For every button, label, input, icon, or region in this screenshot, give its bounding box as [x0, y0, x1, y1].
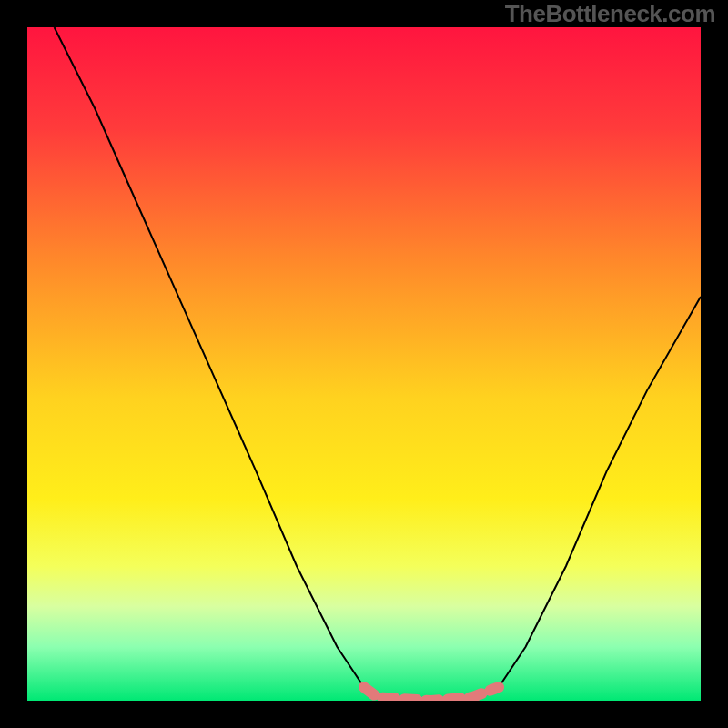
chart-stage: TheBottleneck.com: [0, 0, 728, 728]
watermark-text: TheBottleneck.com: [505, 0, 715, 28]
right-curve-path: [499, 297, 701, 687]
bottom-marker-path: [364, 687, 499, 701]
left-curve-path: [55, 27, 364, 687]
plot-area: [27, 27, 701, 701]
curve-layer: [27, 27, 701, 701]
